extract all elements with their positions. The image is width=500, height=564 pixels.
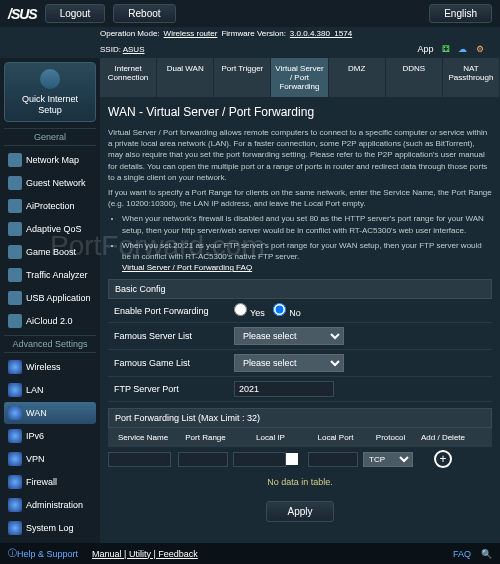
nav-icon [8, 268, 22, 282]
sidebar-item-game-boost[interactable]: Game Boost [4, 241, 96, 263]
famous-server-select[interactable]: Please select [234, 327, 344, 345]
fgl-label: Famous Game List [114, 358, 234, 368]
tabs: Internet ConnectionDual WANPort TriggerV… [100, 58, 500, 97]
ftp-label: FTP Server Port [114, 384, 234, 394]
sidebar-item-usb-application[interactable]: USB Application [4, 287, 96, 309]
sidebar: Quick Internet Setup General Network Map… [0, 58, 100, 556]
nav-icon [8, 176, 22, 190]
nav-icon [8, 429, 22, 443]
footer-faq[interactable]: FAQ [453, 549, 471, 559]
table-input-row: ▼ TCP + [108, 447, 492, 471]
ftp-port-input[interactable] [234, 381, 334, 397]
nav-icon [8, 199, 22, 213]
quick-internet-setup[interactable]: Quick Internet Setup [4, 62, 96, 122]
logout-button[interactable]: Logout [45, 4, 106, 23]
no-data-message: No data in table. [108, 471, 492, 493]
tab-internet-connection[interactable]: Internet Connection [100, 58, 157, 97]
enable-label: Enable Port Forwarding [114, 306, 234, 316]
service-name-input[interactable] [108, 452, 171, 467]
basic-config-header: Basic Config [108, 279, 492, 299]
topbar: /SUS Logout Reboot English [0, 0, 500, 27]
nav-icon [8, 153, 22, 167]
local-ip-input[interactable] [233, 452, 286, 467]
apply-button[interactable]: Apply [266, 501, 333, 522]
sidebar-item-network-map[interactable]: Network Map [4, 149, 96, 171]
content: Internet ConnectionDual WANPort TriggerV… [100, 58, 500, 556]
add-button[interactable]: + [434, 450, 452, 468]
description: Virtual Server / Port forwarding allows … [108, 127, 492, 273]
tab-ddns[interactable]: DDNS [386, 58, 443, 97]
tab-dmz[interactable]: DMZ [329, 58, 386, 97]
nav-icon [8, 452, 22, 466]
fw-label: Firmware Version: [221, 29, 285, 38]
app-icon-1[interactable]: ⚃ [442, 44, 450, 54]
nav-icon [8, 406, 22, 420]
fw-link[interactable]: 3.0.0.4.380_1574 [290, 29, 352, 38]
language-button[interactable]: English [429, 4, 492, 23]
search-icon[interactable]: 🔍 [481, 549, 492, 559]
sidebar-item-lan[interactable]: LAN [4, 379, 96, 401]
sidebar-item-aicloud-2.0[interactable]: AiCloud 2.0 [4, 310, 96, 332]
sidebar-item-wan[interactable]: WAN [4, 402, 96, 424]
info-row-1: Operation Mode: Wireless router Firmware… [0, 27, 500, 40]
local-port-input[interactable] [308, 452, 358, 467]
help-support[interactable]: Help & Support [17, 549, 78, 559]
ssid-label: SSID: [100, 45, 121, 54]
page-title: WAN - Virtual Server / Port Forwarding [108, 105, 492, 119]
nav-icon [8, 291, 22, 305]
enable-yes-radio[interactable] [234, 303, 247, 316]
footer-links[interactable]: Manual | Utility | Feedback [92, 549, 198, 559]
section-general: General [4, 128, 96, 146]
tab-virtual-server-port-forwarding[interactable]: Virtual Server / Port Forwarding [271, 58, 328, 97]
tab-dual-wan[interactable]: Dual WAN [157, 58, 214, 97]
nav-icon [8, 498, 22, 512]
famous-game-select[interactable]: Please select [234, 354, 344, 372]
logo: /SUS [8, 6, 37, 22]
app-icon-2[interactable]: ☁ [458, 44, 467, 54]
port-range-input[interactable] [178, 452, 228, 467]
reboot-button[interactable]: Reboot [113, 4, 175, 23]
sidebar-item-aiprotection[interactable]: AiProtection [4, 195, 96, 217]
sidebar-item-guest-network[interactable]: Guest Network [4, 172, 96, 194]
app-icons: App ⚃ ☁ ⚙ [403, 42, 492, 56]
section-advanced: Advanced Settings [4, 335, 96, 353]
sidebar-item-firewall[interactable]: Firewall [4, 471, 96, 493]
nav-icon [8, 314, 22, 328]
nav-icon [8, 222, 22, 236]
sidebar-item-traffic-analyzer[interactable]: Traffic Analyzer [4, 264, 96, 286]
nav-icon [8, 383, 22, 397]
ssid-link[interactable]: ASUS [123, 45, 145, 54]
op-mode-label: Operation Mode: [100, 29, 160, 38]
ip-dropdown-icon[interactable]: ▼ [286, 453, 298, 465]
tab-port-trigger[interactable]: Port Trigger [214, 58, 271, 97]
protocol-select[interactable]: TCP [363, 452, 413, 467]
app-icon-3[interactable]: ⚙ [476, 44, 484, 54]
faq-link[interactable]: Virtual Server / Port Forwarding FAQ [122, 263, 252, 272]
nav-icon [8, 475, 22, 489]
sidebar-item-wireless[interactable]: Wireless [4, 356, 96, 378]
fsl-label: Famous Server List [114, 331, 234, 341]
sidebar-item-vpn[interactable]: VPN [4, 448, 96, 470]
sidebar-item-ipv6[interactable]: IPv6 [4, 425, 96, 447]
table-header: Service Name Port Range Local IP Local P… [108, 428, 492, 447]
info-row-2: SSID: ASUS App ⚃ ☁ ⚙ [0, 40, 500, 58]
sidebar-item-system-log[interactable]: System Log [4, 517, 96, 539]
qis-icon [40, 69, 60, 89]
footer: ⓘ Help & Support Manual | Utility | Feed… [0, 543, 500, 564]
nav-icon [8, 245, 22, 259]
pf-list-header: Port Forwarding List (Max Limit : 32) [108, 408, 492, 428]
sidebar-item-adaptive-qos[interactable]: Adaptive QoS [4, 218, 96, 240]
tab-nat-passthrough[interactable]: NAT Passthrough [443, 58, 500, 97]
sidebar-item-administration[interactable]: Administration [4, 494, 96, 516]
nav-icon [8, 360, 22, 374]
enable-no-radio[interactable] [273, 303, 286, 316]
op-mode-link[interactable]: Wireless router [164, 29, 218, 38]
nav-icon [8, 521, 22, 535]
